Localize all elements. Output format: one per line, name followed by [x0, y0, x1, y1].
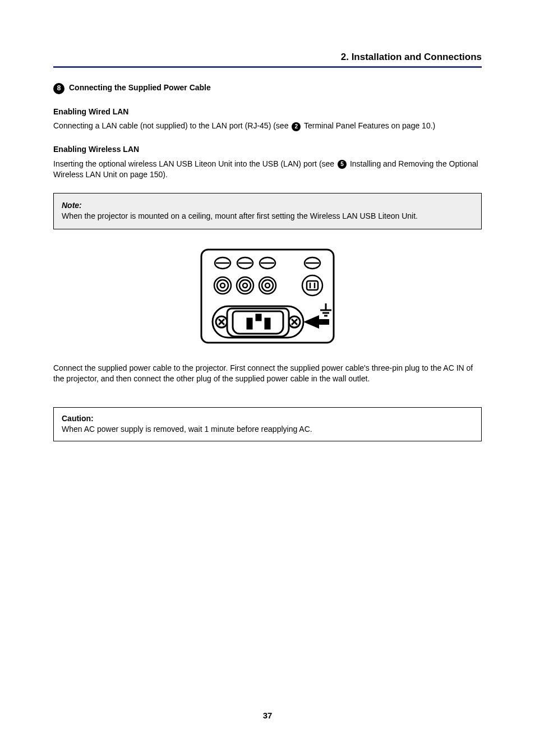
step-8-row: 8 Connecting the Supplied Power Cable	[53, 82, 482, 94]
svg-point-17	[265, 283, 270, 288]
svg-point-14	[243, 283, 247, 288]
wireless-lan-paragraph: Inserting the optional wireless LAN USB …	[53, 159, 482, 181]
wireless-lan-title: Enabling Wireless LAN	[53, 144, 482, 155]
power-port-figure	[53, 248, 482, 347]
caution-box: Caution: When AC power supply is removed…	[53, 407, 482, 441]
note-text: When the projector is mounted on a ceili…	[62, 211, 473, 222]
svg-rect-29	[247, 319, 252, 329]
ac-inlet-illustration-icon	[200, 248, 335, 344]
page-number: 37	[0, 709, 535, 721]
chapter-header: 2. Installation and Connections	[53, 50, 482, 68]
svg-rect-30	[265, 319, 270, 329]
svg-rect-19	[307, 281, 318, 290]
note-label: Note:	[62, 201, 82, 210]
svg-point-11	[220, 283, 225, 288]
wired-lan-text-b: Terminal Panel Features on page 10.)	[304, 121, 435, 130]
svg-rect-31	[256, 315, 261, 320]
ref-circle-2-icon: 2	[292, 122, 301, 131]
wireless-lan-text-a: Inserting the optional wireless LAN USB …	[53, 159, 336, 168]
wired-lan-title: Enabling Wired LAN	[53, 107, 482, 118]
ref-circle-5-icon: 5	[338, 160, 347, 169]
note-box: Note: When the projector is mounted on a…	[53, 193, 482, 229]
caution-label: Caution:	[62, 414, 94, 423]
wired-lan-text-a: Connecting a LAN cable (not supplied) to…	[53, 121, 290, 130]
step-8-badge: 8	[53, 83, 64, 94]
power-cable-paragraph: Connect the supplied power cable to the …	[53, 363, 482, 385]
wired-lan-paragraph: Connecting a LAN cable (not supplied) to…	[53, 121, 482, 132]
caution-text: When AC power supply is removed, wait 1 …	[62, 424, 473, 435]
step-8-title: Connecting the Supplied Power Cable	[69, 82, 211, 94]
